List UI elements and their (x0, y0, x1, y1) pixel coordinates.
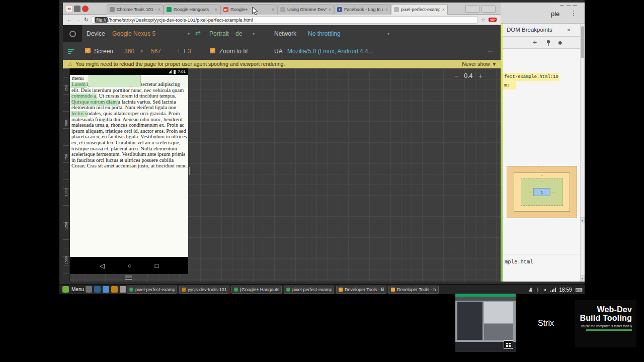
taskbar-window-button[interactable]: Developer Tools - ht... (388, 286, 439, 294)
window-control-icon[interactable] (573, 5, 577, 6)
thumbnail-window-shape (484, 324, 513, 340)
record-indicator-icon (82, 6, 89, 12)
tab-pixel-perfect-active[interactable]: pixel-perfect-example × (391, 4, 448, 15)
launcher-browser-icon[interactable] (103, 286, 109, 293)
tab-hangouts[interactable]: Google Hangouts × (164, 4, 220, 15)
source-file-reference[interactable]: mple.html (505, 259, 533, 265)
back-icon[interactable]: ← (67, 17, 72, 23)
scroll-down-icon[interactable]: ▾ (580, 217, 585, 223)
never-show-button[interactable]: Never show (462, 61, 490, 67)
launcher-folder-icon[interactable] (111, 286, 118, 293)
tab-close-icon[interactable]: × (385, 7, 388, 12)
logo-tagline: cause the computer is faster than y (579, 324, 632, 328)
adblock-icon[interactable]: ABP (489, 18, 497, 22)
resize-handle-right[interactable] (189, 167, 191, 175)
launcher-files-icon[interactable] (86, 286, 92, 293)
devtools-side-panel: ple ⋮ DOM Breakpoints » + ◆ fect-example… (501, 3, 585, 282)
thumbnail-window-shape (457, 302, 482, 340)
tab-close-icon[interactable]: × (215, 7, 217, 12)
zoom-in-button[interactable]: + (478, 72, 482, 80)
tab-close-icon[interactable]: × (329, 7, 331, 12)
window-control-button[interactable] (481, 5, 496, 13)
extension-pinned-tab[interactable] (74, 6, 80, 12)
taskbar-window-button[interactable]: pixel-perfect-exampl... (284, 286, 334, 294)
tab-dom-breakpoints[interactable]: DOM Breakpoints (507, 27, 552, 33)
taskbar-window-button[interactable]: yycjs-dev-tools-101 (179, 286, 229, 294)
taskbar-window-button[interactable]: Developer Tools - fil... (336, 286, 386, 294)
window-control-button[interactable] (465, 5, 479, 13)
screen-checkbox[interactable]: ✓ (85, 48, 91, 53)
android-recents-icon[interactable]: □ (155, 262, 159, 269)
chevron-down-icon: ▾ (188, 32, 190, 36)
window-control-icon[interactable] (560, 5, 564, 6)
start-menu-icon[interactable] (62, 286, 69, 293)
tab-strip: M Chrome Tools 101 - Go × Google Hangout… (63, 3, 501, 15)
tab-devtools-doc[interactable]: Using Chrome DevTool × (277, 4, 334, 15)
tab-googleplus[interactable]: g+ Google+ × (220, 4, 277, 15)
reload-icon[interactable]: ↻ (84, 17, 89, 23)
bookmark-star-icon[interactable]: ☆ (481, 17, 486, 23)
url-field[interactable]: file:// /home/strixy/Desktop/yycjs-dev-t… (92, 16, 477, 24)
keyboard-layout-icon[interactable]: ⌨ (576, 287, 583, 293)
android-home-icon[interactable]: ○ (128, 262, 132, 269)
style-source-link[interactable]: fect-example.html:10 (503, 73, 559, 81)
hangouts-favicon-icon (167, 7, 172, 12)
channel-logo: Web-Dev Build Tooling cause the computer… (575, 300, 636, 347)
new-style-rule-button[interactable]: + (533, 38, 537, 46)
rotate-icon[interactable]: ⇄ (195, 29, 201, 37)
resize-handle-bottom[interactable] (125, 276, 132, 280)
screen-height-value[interactable]: 567 (151, 48, 161, 55)
app-icon (234, 288, 238, 292)
panel-scrollbar[interactable]: ▾ ▾ (580, 24, 585, 282)
video-frame: M Chrome Tools 101 - Go × Google Hangout… (0, 0, 644, 362)
tab-close-icon[interactable]: × (442, 7, 445, 12)
volume-icon[interactable]: ◄ (543, 288, 547, 292)
chevron-down-icon: ▾ (387, 32, 389, 36)
pin-icon[interactable] (546, 40, 551, 46)
battery-icon (174, 70, 176, 74)
logo-fineprint-line (586, 329, 632, 331)
screen-width-value[interactable]: 360 (124, 48, 134, 55)
box-model-margin: - - - - 1 - (507, 166, 577, 218)
device-mode-toggle[interactable] (63, 25, 82, 42)
tab-chrome-tools[interactable]: Chrome Tools 101 - Go × (107, 4, 164, 15)
android-back-icon[interactable]: ◁ (100, 262, 105, 269)
start-menu-label[interactable]: Menu (71, 287, 84, 292)
scroll-down-icon[interactable]: ▾ (580, 275, 585, 281)
network-throttling-select[interactable]: No throttling ▾ (306, 29, 391, 39)
ua-value[interactable]: Mozilla/5.0 (Linux; Android 4.4... (287, 48, 393, 55)
media-queries-icon[interactable] (68, 49, 74, 54)
network-signal-icon[interactable] (550, 288, 556, 292)
device-select[interactable]: Google Nexus 5 ▾ (111, 29, 191, 39)
more-tabs-icon[interactable]: » (567, 26, 571, 33)
user-session-icon[interactable] (529, 288, 533, 292)
device-pixel-ratio-icon (179, 49, 185, 53)
collapse-warning-icon[interactable]: ▾ (493, 61, 496, 67)
android-nav-bar: ◁ ○ □ (70, 257, 188, 274)
tab-close-icon[interactable]: × (272, 7, 274, 12)
overflow-menu-icon[interactable]: … (487, 46, 494, 53)
toggle-element-state-icon[interactable]: ◆ (558, 39, 562, 46)
tab-close-icon[interactable]: × (158, 7, 160, 12)
launcher-display-icon[interactable] (120, 286, 126, 293)
zoom-to-fit-checkbox[interactable]: ✓ (210, 48, 215, 53)
bluetooth-icon[interactable]: ᛒ (536, 287, 539, 292)
forward-icon[interactable]: → (75, 17, 81, 23)
taskbar-window-button[interactable]: pixel-perfect-examp... (127, 286, 177, 294)
clock[interactable]: 18:59 (559, 287, 572, 293)
page-menu-link[interactable]: menu (72, 75, 84, 81)
kebab-menu-icon[interactable]: ⋮ (570, 9, 577, 17)
grid-view-button[interactable] (504, 340, 513, 349)
launcher-terminal-icon[interactable] (94, 286, 101, 293)
device-mode-icon (69, 31, 76, 37)
dpr-value[interactable]: 3 (188, 48, 191, 55)
taskbar-window-button[interactable]: (Google+ Hangouts i... (231, 286, 282, 294)
tab-facebook[interactable]: f Facebook - Log In or Si × (334, 4, 391, 15)
document-favicon-icon (280, 7, 285, 12)
orientation-select[interactable]: Portrait – de ▾ (208, 29, 256, 39)
gmail-pinned-tab[interactable]: M (66, 6, 72, 12)
window-control-icon[interactable] (567, 5, 571, 6)
inspect-highlight (70, 100, 119, 106)
scrollbar-thumb[interactable] (581, 26, 584, 58)
zoom-out-button[interactable]: − (454, 72, 458, 80)
